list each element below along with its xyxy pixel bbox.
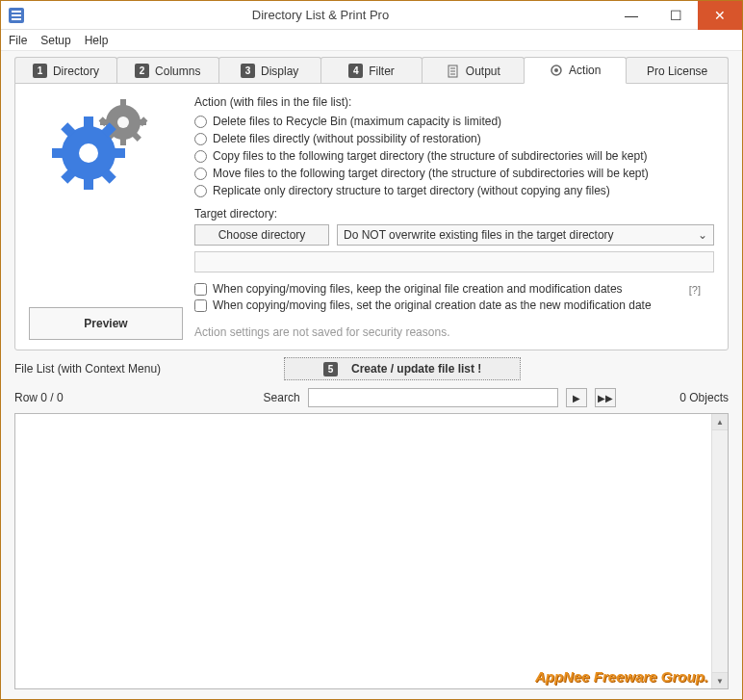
svg-rect-3 [12, 18, 21, 20]
file-list-area[interactable]: ▲ ▼ AppNee Freeware Group. [14, 413, 729, 689]
menu-file[interactable]: File [9, 34, 27, 47]
scroll-up-icon[interactable]: ▲ [712, 414, 728, 430]
filelist-label: File List (with Context Menu) [14, 362, 284, 376]
search-row: Row 0 / 0 Search ▶ ▶▶ 0 Objects [14, 388, 729, 407]
menubar: File Setup Help [1, 30, 742, 51]
radio-move[interactable]: Move files to the following target direc… [194, 167, 714, 180]
document-icon [447, 65, 460, 78]
svg-point-18 [117, 117, 129, 128]
search-next-button[interactable]: ▶ [566, 388, 587, 407]
tabstrip: 1Directory 2Columns 3Display 4Filter Out… [14, 57, 729, 84]
action-header: Action (with files in the file list): [194, 95, 714, 109]
preview-button[interactable]: Preview [29, 307, 183, 340]
help-link[interactable]: [?] [689, 284, 701, 296]
object-count: 0 Objects [679, 391, 729, 404]
gear-icon [550, 64, 563, 77]
vertical-scrollbar[interactable]: ▲ ▼ [711, 414, 728, 688]
scroll-down-icon[interactable]: ▼ [712, 672, 728, 688]
panel-right: Action (with files in the file list): De… [194, 95, 714, 340]
filelist-header-row: File List (with Context Menu) 5 Create /… [14, 357, 729, 380]
tab-filter[interactable]: 4Filter [320, 57, 423, 84]
svg-rect-2 [12, 14, 21, 16]
radio-recyclebin[interactable]: Delete files to Recycle Bin (maximum cap… [194, 115, 714, 128]
radio-copy[interactable]: Copy files to the following target direc… [194, 149, 714, 163]
menu-help[interactable]: Help [85, 34, 109, 47]
search-last-button[interactable]: ▶▶ [595, 388, 616, 407]
tab-prolicense[interactable]: Pro License [626, 57, 729, 84]
titlebar: Directory List & Print Pro — ☐ ✕ [1, 1, 742, 30]
close-button[interactable]: ✕ [698, 1, 742, 30]
tab-action[interactable]: Action [524, 57, 627, 84]
create-update-button[interactable]: 5 Create / update file list ! [284, 357, 521, 380]
checkbox-set-moddate[interactable]: When copying/moving files, set the origi… [194, 298, 714, 312]
row-counter: Row 0 / 0 [14, 391, 178, 404]
radio-replicate[interactable]: Replicate only directory structure to ta… [194, 184, 714, 197]
action-panel: Preview Action (with files in the file l… [14, 83, 729, 350]
svg-point-9 [554, 68, 558, 72]
panel-left: Preview [29, 95, 183, 340]
svg-point-27 [79, 143, 98, 163]
watermark-text: AppNee Freeware Group. [535, 668, 708, 685]
tab-output[interactable]: Output [422, 57, 525, 84]
svg-rect-11 [120, 138, 126, 145]
search-input[interactable] [308, 388, 558, 407]
choose-directory-button[interactable]: Choose directory [194, 224, 329, 246]
minimize-button[interactable]: — [609, 1, 653, 30]
svg-rect-20 [84, 178, 93, 190]
target-path-field[interactable] [194, 251, 714, 272]
svg-rect-22 [114, 148, 125, 158]
tab-display[interactable]: 3Display [218, 57, 321, 84]
content-area: 1Directory 2Columns 3Display 4Filter Out… [1, 51, 742, 699]
svg-rect-21 [52, 148, 64, 158]
tab-directory[interactable]: 1Directory [14, 57, 117, 84]
svg-rect-19 [84, 117, 93, 128]
gears-icon [48, 95, 164, 192]
checkbox-keep-dates[interactable]: When copying/moving files, keep the orig… [194, 282, 714, 296]
overwrite-dropdown[interactable]: Do NOT overwrite existing files in the t… [337, 224, 714, 246]
tab-columns[interactable]: 2Columns [116, 57, 219, 84]
app-icon [7, 6, 26, 25]
window-title: Directory List & Print Pro [32, 8, 609, 22]
security-note: Action settings are not saved for securi… [194, 325, 714, 339]
search-label: Search [243, 391, 300, 404]
window-buttons: — ☐ ✕ [609, 1, 742, 30]
svg-rect-10 [120, 99, 126, 107]
svg-rect-1 [12, 11, 21, 13]
maximize-button[interactable]: ☐ [653, 1, 698, 30]
radio-delete-direct[interactable]: Delete files directly (without possibili… [194, 132, 714, 145]
target-row: Choose directory Do NOT overwrite existi… [194, 224, 714, 246]
menu-setup[interactable]: Setup [40, 34, 70, 47]
action-radio-group: Delete files to Recycle Bin (maximum cap… [194, 115, 714, 197]
target-label: Target directory: [194, 207, 714, 220]
app-window: Directory List & Print Pro — ☐ ✕ File Se… [0, 0, 743, 700]
